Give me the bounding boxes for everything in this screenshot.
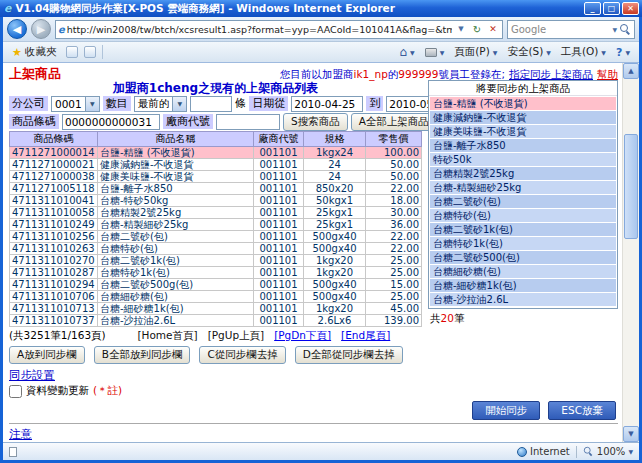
menu-page[interactable]: 頁面(P)▼ [450, 44, 501, 60]
table-row[interactable]: 4711311010294台糖二號砂500g(包)001101500gx4015… [10, 279, 422, 291]
pagination-end[interactable]: [End尾頁] [341, 329, 390, 343]
web-slice-icon[interactable] [84, 46, 96, 58]
count-input[interactable] [190, 96, 232, 112]
all-products-button[interactable]: A全部上架商品 [351, 113, 437, 131]
sync-list-item[interactable]: 台糖-細砂糖1k(包) [430, 279, 616, 292]
table-row[interactable]: 4711271000038健康美味鹽-不收退貨0011012450.00 [10, 171, 422, 183]
barcode-input[interactable] [62, 114, 160, 130]
sync-list-item[interactable]: 台糖特砂1k(包) [430, 237, 616, 250]
sync-list-item[interactable]: 台鹽-精鹽 (不收退貨) [430, 97, 616, 110]
pagination-summary: (共3251筆1/163頁) [9, 329, 106, 343]
forward-button[interactable]: ▶ [31, 19, 51, 39]
sync-list-item[interactable]: 台糖二號砂1k(包) [430, 223, 616, 236]
esc-cancel-button[interactable]: ESC放棄 [548, 401, 616, 420]
table-row[interactable]: 4711311010737台糖-沙拉油2.6L0011012.6Lx6139.0… [10, 315, 422, 327]
branch-select[interactable]: 0001 ▼ [51, 96, 100, 112]
command-toolbar: ★ 收藏夾 ⌂▼ ▼ 頁面(P)▼ 安全(S)▼ 工具(O)▼ ?▼ [3, 42, 639, 63]
help-icon: ? [616, 46, 622, 59]
zoom-level: 100% [597, 446, 626, 457]
pagination-pgdn[interactable]: [PgDn下頁] [274, 329, 331, 343]
table-row[interactable]: 4711311010263台糖特砂(包)001101500gx4022.00 [10, 243, 422, 255]
start-sync-button[interactable]: 開始同步 [472, 401, 540, 420]
back-button[interactable]: ◀ [7, 19, 27, 39]
sync-action-button-a[interactable]: A放到同步欄 [9, 346, 85, 364]
vertical-scrollbar[interactable]: ▲ ▼ [622, 63, 639, 442]
table-row[interactable]: 4711311010256台糖二號砂(包)001101500gx4022.00 [10, 231, 422, 243]
zoom-control[interactable]: 100% ▼ [583, 446, 633, 457]
search-dropdown-icon[interactable]: ▼ [612, 26, 617, 33]
sync-action-button-d[interactable]: D全部從同步欄去掉 [295, 346, 403, 364]
sync-list-item[interactable]: 台糖特砂(包) [430, 209, 616, 222]
scrollbar-thumb[interactable] [624, 134, 638, 239]
vendor-input[interactable] [216, 114, 280, 130]
search-icon[interactable] [620, 24, 631, 35]
address-bar: ◀ ▶ e ▼ ↻ ✕ ▼ [3, 17, 639, 42]
minimize-button[interactable]: _ [584, 2, 601, 15]
data-update-checkbox[interactable] [9, 385, 22, 398]
scroll-down-icon[interactable]: ▼ [623, 426, 639, 442]
help-button[interactable]: ?▼ [612, 45, 634, 60]
table-row[interactable]: 4711311010041台糖-特砂50kg00110150kgx118.00 [10, 195, 422, 207]
barcode-label: 商品條碼 [9, 114, 59, 129]
sync-list-item[interactable]: 台糖-精製細砂25kg [430, 181, 616, 194]
sync-list-item[interactable]: 台糖細砂糖(包) [430, 265, 616, 278]
favorites-button[interactable]: ★ 收藏夾 [8, 44, 60, 60]
notes-title: 注意 [9, 427, 618, 441]
search-input[interactable] [511, 24, 609, 35]
maximize-button[interactable]: □ [603, 2, 620, 15]
sync-list-item[interactable]: 台糖二號砂(包) [430, 195, 616, 208]
refresh-icon[interactable]: ↻ [470, 24, 484, 35]
table-row[interactable]: 4711311010706台糖細砂糖(包)001101500gx4025.00 [10, 291, 422, 303]
pagination-home[interactable]: [Home首頁] [137, 329, 197, 343]
menu-tools[interactable]: 工具(O)▼ [557, 44, 610, 60]
sync-action-button-b[interactable]: B全部放到同步欄 [94, 346, 191, 364]
sync-list-item[interactable]: 台糖精製2號25kg [430, 167, 616, 180]
assign-sync-link[interactable]: 指定同步上架商品 [509, 68, 593, 80]
status-bar: Internet 100% ▼ [3, 442, 639, 460]
sync-buttons-row: 開始同步 ESC放棄 [9, 401, 616, 420]
date-from-input[interactable] [291, 96, 363, 112]
sync-list-item[interactable]: 台鹽-離子水850 [430, 139, 616, 152]
merchant-id: ik1_np [354, 68, 388, 80]
table-row[interactable]: 4711311010058台糖精製2號25kg00110125kgx130.00 [10, 207, 422, 219]
sync-settings-row: 資料變動更新 (＊註) [9, 383, 618, 399]
home-button[interactable]: ⌂▼ [395, 44, 418, 60]
security-zone: Internet [517, 446, 570, 457]
search-box: ▼ [507, 20, 635, 39]
sync-list-item[interactable]: 台糖二號砂500(包) [430, 251, 616, 264]
branch-label: 分公司 [9, 96, 48, 111]
table-row[interactable]: 4711311010713台糖-細砂糖1k(包)0011011kgx2045.0… [10, 303, 422, 315]
table-row[interactable]: 4711271000014台鹽-精鹽 (不收退貨)0011011kgx24100… [10, 147, 422, 159]
page-favicon-icon: e [58, 24, 65, 35]
table-row[interactable]: 4711311010249台糖-精製細砂25kg00110125kgx136.0… [10, 219, 422, 231]
divider [9, 423, 618, 424]
column-header: 廠商代號 [254, 132, 304, 147]
suggested-sites-icon[interactable] [66, 46, 78, 58]
sync-list-item[interactable]: 健康減鈉鹽-不收退貨 [430, 111, 616, 124]
column-header: 商品名稱 [98, 132, 254, 147]
menu-safety[interactable]: 安全(S)▼ [503, 44, 554, 60]
table-row[interactable]: 4711311010270台糖二號砂1k(包)0011011kgx2025.00 [10, 255, 422, 267]
product-table-body: 4711271000014台鹽-精鹽 (不收退貨)0011011kgx24100… [10, 147, 422, 327]
sync-action-button-c[interactable]: C從同步欄去掉 [199, 346, 285, 364]
help-link[interactable]: 幫助 [597, 68, 618, 80]
address-dropdown-icon[interactable]: ▼ [454, 25, 468, 33]
sync-list-item[interactable]: 健康美味鹽-不收退貨 [430, 125, 616, 138]
scroll-up-icon[interactable]: ▲ [623, 63, 639, 79]
table-row[interactable]: 4711271005118台鹽-離子水850001101850x2022.00 [10, 183, 422, 195]
table-row[interactable]: 4711311010287台糖特砂1k(包)0011011kgx2025.00 [10, 267, 422, 279]
search-products-button[interactable]: S搜索商品 [283, 113, 348, 131]
settings-note: (＊註) [93, 384, 122, 398]
sync-list: 台鹽-精鹽 (不收退貨)健康減鈉鹽-不收退貨健康美味鹽-不收退貨台鹽-離子水85… [429, 96, 617, 308]
sync-list-item[interactable]: 特砂50k [430, 153, 616, 166]
stop-icon[interactable]: ✕ [486, 24, 500, 34]
table-row[interactable]: 4711271000021健康減鈉鹽-不收退貨0011012450.00 [10, 159, 422, 171]
chevron-down-icon: ▼ [85, 97, 99, 111]
chevron-down-icon: ▼ [625, 49, 630, 56]
close-button[interactable]: ✕ [622, 2, 639, 15]
pagination-pgup[interactable]: [PgUp上頁] [208, 329, 265, 343]
address-input[interactable] [67, 24, 452, 35]
print-button[interactable]: ▼ [421, 47, 449, 58]
sync-list-item[interactable]: 台糖-沙拉油2.6L [430, 293, 616, 306]
count-select[interactable]: 最前的 ▼ [134, 96, 188, 112]
